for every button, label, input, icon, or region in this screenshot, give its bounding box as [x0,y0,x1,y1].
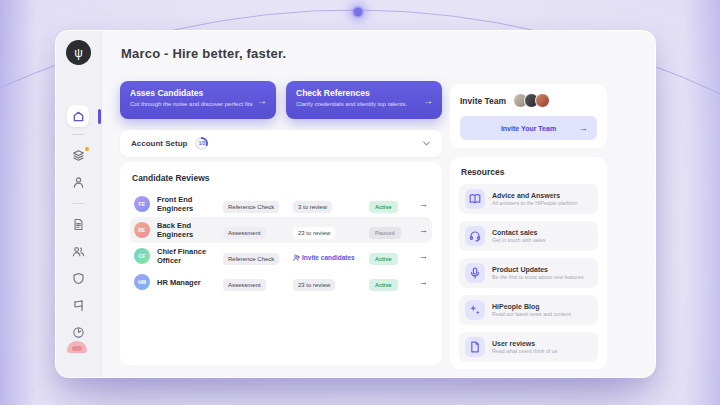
candidate-row[interactable]: HM HR Manager Assessment 23 to review Ac… [130,269,432,295]
sidebar-item-activity[interactable] [72,326,85,339]
resource-hipeople-blog[interactable]: HiPeople Blog Read our latest news and c… [459,295,598,325]
sidebar-item-reports[interactable] [72,299,85,312]
resources-card: Resources Advice and Answers All answers… [450,157,607,369]
candidate-row[interactable]: CF Chief Finance Officer Reference Check… [130,243,432,269]
headset-icon [465,226,485,246]
user-avatar[interactable] [67,341,87,353]
status-badge: Active [369,201,398,213]
resources-title: Resources [461,167,598,177]
quick-actions: Asses Candidates Cut through the noise a… [120,81,442,119]
arrow-right-icon[interactable]: → [257,95,267,106]
stage-tag: Assessment [223,227,266,239]
invite-your-team-button[interactable]: Invite Your Team → [460,116,597,140]
user-plus-icon [293,254,300,261]
invite-button-label: Invite Your Team [501,125,556,132]
user-icon [72,176,85,189]
arrow-right-icon[interactable]: → [413,277,428,287]
role-name: Chief Finance Officer [157,247,223,265]
book-icon [465,189,485,209]
nav-divider [72,203,84,204]
check-references-button[interactable]: Check References Clarify credentials and… [286,81,442,119]
action-title: Asses Candidates [130,88,266,98]
nav-divider [72,134,84,135]
setup-progress-text: 1/3 [195,137,208,150]
invite-team-card: Invite Team Invite Your Team → [450,84,607,148]
candidate-reviews-card: Candidate Reviews FE Front End Engineers… [120,162,442,365]
resource-user-reviews[interactable]: User reviews Read what users think of us [459,332,598,362]
stage-tag: Reference Check [223,201,279,213]
arrow-right-icon[interactable]: → [413,199,428,209]
resource-title: Product Updates [492,266,584,273]
megaphone-icon [465,263,485,283]
sidebar-item-documents[interactable] [72,218,85,231]
users-icon [72,245,85,258]
account-setup-label: Account Setup [131,139,187,148]
resource-advice-and-answers[interactable]: Advice and Answers All answers to the Hi… [459,184,598,214]
hipeople-logo[interactable]: ψ [66,40,91,65]
sidebar-item-team[interactable] [72,245,85,258]
active-nav-indicator [98,109,101,124]
review-count-badge: 3 to review [293,201,332,213]
avatar: CF [134,248,150,264]
flag-icon [72,299,85,312]
role-name: Front End Engineers [157,195,223,213]
resource-title: HiPeople Blog [492,303,571,310]
glow-dot [354,8,362,16]
chevron-down-icon[interactable] [422,139,431,148]
review-count-badge: 23 to review [293,279,335,291]
team-avatar-stack [513,93,550,108]
sidebar-item-security[interactable] [72,272,85,285]
avatar [535,93,550,108]
status-badge: Active [369,279,398,291]
document-icon [72,218,85,231]
resource-contact-sales[interactable]: Contact sales Get in touch with sales [459,221,598,251]
invite-candidates-link[interactable]: Invite candidates [293,254,355,261]
page-title: Marco - Hire better, faster. [121,46,286,61]
sidebar-item-profile[interactable] [72,176,85,189]
avatar: FE [134,196,150,212]
candidate-row[interactable]: BE Back End Engineers Assessment 23 to r… [130,217,432,243]
action-title: Check References [296,88,432,98]
candidate-row[interactable]: FE Front End Engineers Reference Check 3… [130,191,432,217]
resource-subtitle: Read what users think of us [492,348,557,354]
arrow-right-icon: → [579,123,588,133]
desktop-background: ψ [0,0,720,405]
action-subtitle: Clarify credentials and identify top tal… [296,101,432,107]
assess-candidates-button[interactable]: Asses Candidates Cut through the noise a… [120,81,276,119]
notification-dot [85,147,89,151]
sidebar: ψ [56,31,102,377]
invite-team-title: Invite Team [460,96,506,106]
avatar: BE [134,222,150,238]
resource-title: Advice and Answers [492,192,577,199]
arrow-right-icon[interactable]: → [423,95,433,106]
avatar: HM [134,274,150,290]
action-subtitle: Cut through the noise and discover perfe… [130,101,266,107]
invite-candidates-label: Invite candidates [302,254,355,261]
home-icon [72,110,85,123]
clock-icon [72,326,85,339]
role-name: HR Manager [157,278,223,287]
resource-title: User reviews [492,340,557,347]
resource-subtitle: Read our latest news and content [492,311,571,317]
sidebar-nav [56,105,100,346]
review-count-badge: 23 to review [293,227,335,239]
status-badge: Active [369,253,398,265]
arrow-right-icon[interactable]: → [413,225,428,235]
candidate-reviews-title: Candidate Reviews [132,173,432,183]
stage-tag: Reference Check [223,253,279,265]
resource-title: Contact sales [492,229,545,236]
document-icon [465,337,485,357]
sidebar-item-home[interactable] [67,105,89,127]
sparkles-icon [465,300,485,320]
resource-subtitle: Be the first to know about new features [492,274,584,280]
role-name: Back End Engineers [157,221,223,239]
resource-subtitle: Get in touch with sales [492,237,545,243]
resource-subtitle: All answers to the HiPeople platform [492,200,577,206]
resource-product-updates[interactable]: Product Updates Be the first to know abo… [459,258,598,288]
sidebar-item-integrations[interactable] [72,149,85,162]
app-window: ψ [55,30,656,378]
layers-icon [72,149,85,162]
account-setup-expander[interactable]: Account Setup 1/3 [120,130,442,157]
arrow-right-icon[interactable]: → [413,251,428,261]
avatar-detail [72,346,82,351]
